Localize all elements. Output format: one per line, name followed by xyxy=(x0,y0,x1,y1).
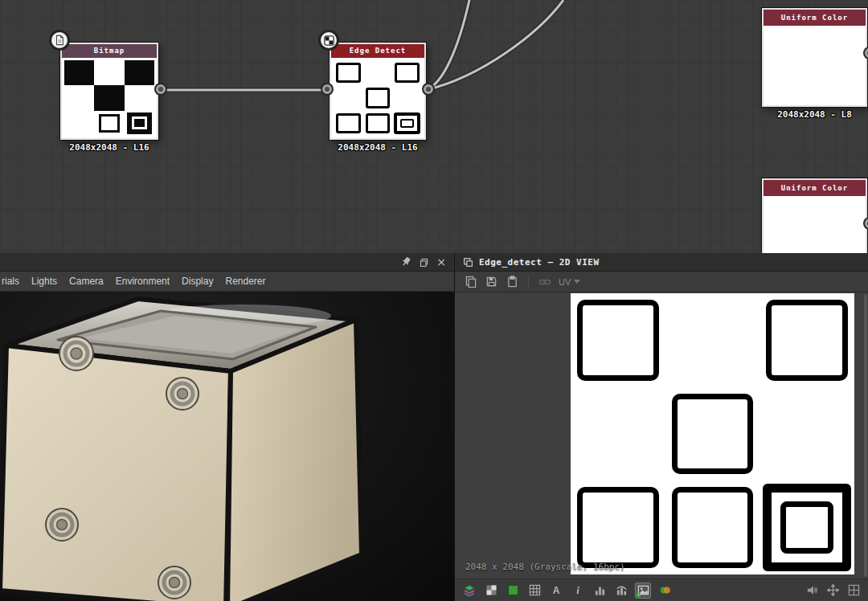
bitmap-cell-black xyxy=(64,60,94,85)
bitmap-cell-black xyxy=(94,85,124,110)
edge-cell-outline xyxy=(571,293,665,387)
panel-3d-view: × rials Lights Camera Environment Displa… xyxy=(0,253,455,601)
link-icon[interactable] xyxy=(538,275,552,289)
edge-cell-none xyxy=(665,293,760,387)
panel-2d-view: Edge_detect — 2D VIEW UV xyxy=(455,253,868,601)
volume-icon[interactable] xyxy=(805,583,819,598)
edge-cell-none xyxy=(334,85,363,110)
close-icon[interactable]: × xyxy=(435,256,448,268)
color-dots-icon[interactable] xyxy=(657,583,672,598)
tile-grid-icon[interactable] xyxy=(846,583,861,598)
layers-icon[interactable] xyxy=(462,583,477,598)
node-thumbnail xyxy=(764,196,866,253)
font-icon[interactable]: A xyxy=(549,583,563,598)
paste-icon[interactable] xyxy=(505,275,519,289)
output-connector[interactable] xyxy=(156,84,166,94)
menu-environment[interactable]: Environment xyxy=(116,276,170,287)
3d-viewport[interactable] xyxy=(0,292,454,601)
node-title: Uniform Color xyxy=(764,10,866,26)
uv-label: UV xyxy=(559,277,571,287)
bitmap-cell-white xyxy=(125,85,154,110)
edge-cell-double xyxy=(392,111,422,136)
image-info-status: 2048 x 2048 (Grayscale, 16bpc) xyxy=(465,562,625,572)
edge-cell-outline xyxy=(665,387,760,481)
wire-edge-output-1[interactable] xyxy=(426,0,469,90)
edge-cell-none xyxy=(392,85,422,110)
input-connector[interactable] xyxy=(322,84,332,94)
edge-cell-outline xyxy=(363,85,393,110)
bitmap-cell-white xyxy=(64,111,94,136)
grid-icon[interactable] xyxy=(527,583,542,598)
2d-canvas[interactable]: 2048 x 2048 (Grayscale, 16bpc) xyxy=(455,292,868,579)
edge-cell-outline xyxy=(392,60,422,85)
node-graph-canvas[interactable]: Bitmap 2048x2048 - L16 Edge Detect 2048x… xyxy=(0,0,868,253)
panel-icon xyxy=(461,256,474,268)
edge-cell-none xyxy=(363,60,393,85)
node-title: Uniform Color xyxy=(764,180,866,196)
edge-cell-outline xyxy=(571,480,665,574)
node-edge-detect[interactable]: Edge Detect 2048x2048 - L16 xyxy=(330,43,426,140)
output-connector[interactable] xyxy=(424,84,433,94)
edge-cell-outline xyxy=(665,480,760,574)
node-thumbnail xyxy=(764,26,866,105)
cube-mesh xyxy=(0,292,454,601)
edge-cell-none xyxy=(760,387,854,481)
toolbar-separator xyxy=(528,276,529,288)
bitmap-cell-outline xyxy=(94,111,124,136)
save-icon[interactable] xyxy=(484,275,498,289)
node-title: Bitmap xyxy=(62,44,157,58)
edge-cell-outline xyxy=(760,293,854,387)
pan-icon[interactable] xyxy=(825,583,840,598)
menu-materials[interactable]: rials xyxy=(2,276,19,287)
image-icon[interactable] xyxy=(636,583,650,598)
bitmap-cell-white xyxy=(94,60,124,85)
3d-view-menubar: rials Lights Camera Environment Display … xyxy=(0,272,454,292)
node-bitmap[interactable]: Bitmap 2048x2048 - L16 xyxy=(60,43,158,140)
bitmap-cell-inset xyxy=(125,111,154,136)
menu-renderer[interactable]: Renderer xyxy=(225,276,265,287)
menu-camera[interactable]: Camera xyxy=(69,276,104,287)
chevron-down-icon xyxy=(574,280,580,284)
edge-cell-outline xyxy=(334,60,363,85)
copy-icon[interactable] xyxy=(463,275,477,289)
uv-mode-dropdown[interactable]: UV xyxy=(559,277,580,287)
alpha-checker-icon[interactable] xyxy=(484,583,498,598)
2d-view-titlebar: Edge_detect — 2D VIEW xyxy=(455,253,868,272)
edge-cell-none xyxy=(571,387,665,481)
2d-view-title: Edge_detect — 2D VIEW xyxy=(479,257,600,268)
2d-view-footer-toolbar: A i xyxy=(455,579,868,601)
edge-cell-outline xyxy=(363,111,393,136)
node-resolution-label: 2048x2048 - L8 xyxy=(739,109,868,120)
menu-lights[interactable]: Lights xyxy=(31,276,57,287)
node-resolution-label: 2048x2048 - L16 xyxy=(38,142,181,153)
node-uniform-color-top[interactable]: Uniform Color 2048x2048 - L8 xyxy=(762,8,867,107)
application-window: Bitmap 2048x2048 - L16 Edge Detect 2048x… xyxy=(0,0,868,601)
2d-view-toolbar: UV xyxy=(455,272,868,292)
green-square-icon[interactable] xyxy=(506,583,520,598)
info-icon[interactable]: i xyxy=(571,583,585,598)
node-title: Edge Detect xyxy=(331,44,424,58)
edge-cell-outline xyxy=(334,111,363,136)
restore-window-icon[interactable] xyxy=(417,256,430,268)
levels-icon[interactable] xyxy=(614,583,628,598)
node-thumbnail xyxy=(62,58,157,138)
edge-detect-type-icon xyxy=(318,30,339,51)
node-resolution-label: 2048x2048 - L16 xyxy=(307,142,448,153)
bitmap-cell-white xyxy=(64,85,94,110)
pin-icon[interactable] xyxy=(399,256,412,268)
node-uniform-color-bottom[interactable]: Uniform Color xyxy=(762,178,867,253)
edge-detect-result-image[interactable] xyxy=(571,293,854,574)
wire-edge-output-2[interactable] xyxy=(426,0,563,90)
bitmap-type-icon xyxy=(49,30,70,51)
histogram-icon[interactable] xyxy=(592,583,607,598)
active-indicator xyxy=(637,593,641,597)
edge-cell-double xyxy=(760,480,854,574)
menu-display[interactable]: Display xyxy=(182,276,213,287)
node-thumbnail xyxy=(331,58,424,138)
3d-view-titlebar: × xyxy=(0,253,454,272)
vertical-scrollbar[interactable] xyxy=(864,294,867,577)
bitmap-cell-black xyxy=(125,60,154,85)
